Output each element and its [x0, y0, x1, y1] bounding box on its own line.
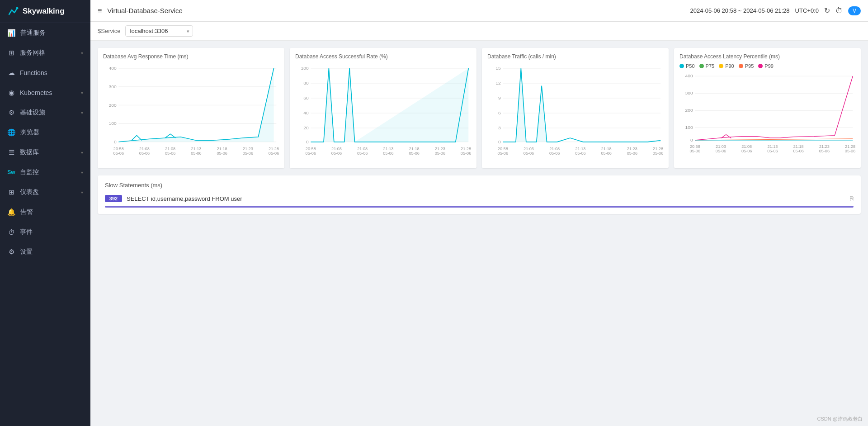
svg-text:21:03: 21:03: [716, 145, 726, 149]
toggle-label: V: [853, 8, 856, 14]
sidebar-label-settings: 设置: [20, 248, 33, 256]
slow-statements-card: Slow Statements (ms) 392 SELECT id,usern…: [98, 175, 861, 214]
chart-svg-traffic: 15 12 9 6 3 0 20:58 05-06 21:03 05-06 21…: [487, 63, 663, 163]
svg-text:21:03: 21:03: [139, 147, 150, 151]
svg-text:05-06: 05-06: [767, 149, 778, 153]
service-select-wrap[interactable]: localhost:3306: [125, 25, 193, 37]
svg-text:05-06: 05-06: [575, 151, 585, 156]
svg-text:05-06: 05-06: [498, 151, 508, 156]
slow-statements-title: Slow Statements (ms): [105, 182, 854, 189]
refresh-icon[interactable]: ↻: [824, 6, 830, 15]
svg-text:05-06: 05-06: [653, 151, 663, 156]
sidebar-item-database[interactable]: ☰ 数据库 ▾: [0, 142, 90, 162]
sidebar-item-kubernetes[interactable]: ◉ Kubernetes ▾: [0, 83, 90, 103]
page-title: Virtual-Database-Service: [107, 7, 684, 14]
svg-text:21:13: 21:13: [575, 147, 585, 151]
chart-title-avg-response: Database Avg Response Time (ms): [103, 53, 279, 60]
svg-text:21:18: 21:18: [409, 147, 420, 151]
legend-p95: P95: [739, 63, 754, 69]
kubernetes-icon: ◉: [7, 89, 15, 97]
svg-marker-38: [311, 68, 468, 142]
svg-text:21:18: 21:18: [601, 147, 612, 151]
sidebar-label-general-service: 普通服务: [20, 29, 46, 37]
auto-refresh-icon[interactable]: ⏱: [835, 7, 843, 15]
svg-text:3: 3: [498, 125, 501, 130]
svg-text:21:28: 21:28: [653, 147, 663, 151]
chevron-down-icon: ▾: [81, 150, 83, 155]
chart-avg-response-time: Database Avg Response Time (ms) 400 300 …: [98, 48, 284, 168]
svg-text:05-06: 05-06: [165, 151, 175, 156]
svg-text:05-06: 05-06: [331, 151, 342, 156]
svg-text:05-06: 05-06: [113, 151, 124, 156]
svg-text:05-06: 05-06: [524, 151, 534, 156]
chart-title-traffic: Database Traffic (calls / min): [487, 53, 663, 60]
logo-text: Skywalking: [23, 7, 65, 16]
legend-dot-p99: [758, 64, 763, 68]
svg-text:05-06: 05-06: [383, 151, 393, 156]
legend-p90: P90: [719, 63, 734, 69]
svg-text:21:08: 21:08: [549, 147, 560, 151]
chart-traffic: Database Traffic (calls / min) 15 12 9 6…: [482, 48, 669, 168]
sidebar-item-general-service[interactable]: 📊 普通服务: [0, 23, 90, 43]
slow-stmt-value: 392: [105, 195, 122, 202]
menu-icon[interactable]: ≡: [98, 7, 102, 15]
svg-text:21:28: 21:28: [269, 147, 279, 151]
sidebar-item-dashboard[interactable]: ⊞ 仪表盘 ▾: [0, 182, 90, 202]
svg-text:200: 200: [109, 103, 117, 108]
svg-text:0: 0: [306, 139, 309, 144]
sidebar-logo: Skywalking: [0, 0, 90, 23]
chart-svg-latency: 400 300 200 100 0 20:58: [679, 71, 855, 160]
timezone: UTC+0:0: [795, 7, 819, 14]
bell-icon: 🔔: [7, 208, 16, 216]
chart-legend-latency: P50 P75 P90 P95: [679, 63, 855, 69]
chart-area-traffic: 15 12 9 6 3 0 20:58 05-06 21:03 05-06 21…: [487, 63, 663, 163]
sidebar-item-infrastructure[interactable]: ⚙ 基础设施 ▾: [0, 103, 90, 123]
legend-label-p50: P50: [686, 63, 695, 69]
sidebar-label-functions: Functions: [20, 69, 47, 76]
sidebar-item-self-monitor[interactable]: Sw 自监控 ▾: [0, 162, 90, 182]
svg-text:05-06: 05-06: [269, 151, 279, 156]
svg-text:21:13: 21:13: [383, 147, 393, 151]
legend-dot-p50: [679, 64, 684, 68]
svg-text:05-06: 05-06: [716, 149, 726, 153]
sidebar-item-alarm[interactable]: 🔔 告警: [0, 202, 90, 222]
slow-statement-row: 392 SELECT id,username,password FROM use…: [105, 195, 854, 202]
sidebar-item-browser[interactable]: 🌐 浏览器: [0, 123, 90, 142]
svg-text:20:58: 20:58: [690, 145, 700, 149]
sw-icon: Sw: [7, 169, 15, 175]
svg-text:05-06: 05-06: [435, 151, 445, 156]
svg-text:21:08: 21:08: [741, 145, 752, 149]
sidebar-item-events[interactable]: ⏱ 事件: [0, 222, 90, 242]
toggle-button[interactable]: V: [848, 6, 861, 15]
chevron-down-icon: ▾: [81, 51, 83, 56]
sidebar-label-alarm: 告警: [20, 208, 33, 216]
svg-text:400: 400: [685, 74, 693, 78]
sidebar-item-service-mesh[interactable]: ⊞ 服务网格 ▾: [0, 43, 90, 63]
svg-text:21:13: 21:13: [767, 145, 778, 149]
chart-title-latency: Database Access Latency Percentile (ms): [679, 53, 855, 60]
svg-text:20: 20: [303, 125, 309, 130]
legend-dot-p90: [719, 64, 723, 68]
slow-stmt-bar: [105, 206, 854, 208]
sidebar-item-functions[interactable]: ☁ Functions: [0, 63, 90, 83]
svg-text:21:13: 21:13: [191, 147, 201, 151]
topbar: ≡ Virtual-Database-Service 2024-05-06 20…: [90, 0, 868, 22]
legend-label-p99: P99: [764, 63, 774, 69]
svg-text:100: 100: [109, 121, 117, 126]
svg-text:40: 40: [303, 110, 309, 115]
clock-icon: ⏱: [7, 228, 15, 236]
svg-text:05-06: 05-06: [627, 151, 637, 156]
svg-text:05-06: 05-06: [139, 151, 150, 156]
sidebar-item-settings[interactable]: ⚙ 设置: [0, 242, 90, 262]
settings-icon: ⚙: [7, 248, 15, 256]
legend-p99: P99: [758, 63, 774, 69]
legend-dot-p75: [699, 64, 704, 68]
svg-text:05-06: 05-06: [690, 149, 701, 153]
svg-text:21:18: 21:18: [217, 147, 227, 151]
svg-text:21:28: 21:28: [845, 145, 855, 149]
content-area: Database Avg Response Time (ms) 400 300 …: [90, 41, 868, 426]
service-select[interactable]: localhost:3306: [125, 25, 193, 37]
copy-icon[interactable]: ⎘: [850, 195, 854, 202]
svg-text:21:08: 21:08: [165, 147, 175, 151]
sidebar-label-self-monitor: 自监控: [20, 168, 39, 176]
